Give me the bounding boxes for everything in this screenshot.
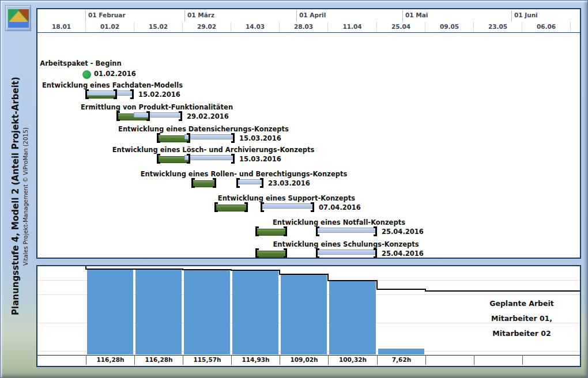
workload-value-label: 115,57h [183, 356, 231, 365]
task-date-label: 15.03.2016 [239, 155, 281, 163]
task-date-label: 25.04.2016 [382, 250, 424, 258]
bracket-close-icon [244, 202, 248, 212]
timeline-tick-label: 18.01 [37, 22, 86, 32]
workload-value-label [37, 356, 86, 365]
task-date-label: 07.04.2016 [319, 203, 361, 211]
bracket-open-icon [157, 154, 160, 164]
legend-line-1: Geplante Arbeit [450, 296, 580, 311]
bracket-open-icon [255, 226, 259, 236]
task-bar-row: 15.03.2016 [37, 154, 580, 164]
task-label: Entwicklung eines Notfall-Konzepts [273, 218, 405, 226]
task-bar-row: 15.03.2016 [37, 134, 580, 143]
legend-line-2: Mitarbeiter 01, [450, 311, 580, 326]
bracket-open-icon [236, 178, 240, 188]
task-date-label: 15.02.2016 [138, 90, 180, 99]
planned-work-bar[interactable] [261, 203, 314, 209]
task-bar-row: 25.04.2016 [37, 249, 580, 258]
workload-value-label: 7,62h [377, 356, 425, 365]
bracket-open-icon [214, 202, 218, 212]
gantt-chart-area: Arbeitspaket - Beginn01.02.2016Entwicklu… [37, 33, 580, 258]
bracket-open-icon [316, 248, 319, 258]
timeline-tick-label: 14.03 [231, 22, 280, 32]
task-label: Entwicklung eines Fachdaten-Modells [42, 81, 183, 89]
timeline-tick-label: 28.03 [280, 22, 328, 32]
workload-plot: Geplante Arbeit Mitarbeiter 01, Mitarbei… [37, 266, 580, 356]
bracket-open-icon [85, 89, 89, 99]
workload-value-label: 116,28h [134, 356, 183, 365]
task-date-label: 23.03.2016 [268, 179, 310, 187]
bracket-close-icon [146, 111, 150, 121]
timeline-tick-row: 18.0101.0215.0229.0214.0328.0311.0425.04… [37, 22, 580, 32]
task-bar-row: 15.02.2016 [37, 90, 580, 99]
bracket-close-icon [179, 111, 182, 121]
task-bar-row: 07.04.2016 [37, 203, 580, 212]
month-separator [511, 10, 512, 21]
task-label: Entwicklung eines Lösch- und Archivierun… [112, 146, 315, 154]
bracket-close-icon [213, 178, 216, 188]
milestone-date-label: 01.02.2016 [94, 70, 136, 78]
actual-work-bar[interactable] [255, 251, 287, 258]
bracket-close-icon [284, 248, 287, 258]
planned-work-bar[interactable] [184, 134, 235, 139]
workload-value-label [522, 356, 571, 365]
timeline-month-label: 01 Februar [88, 12, 126, 18]
month-separator [85, 10, 86, 21]
planned-work-bar[interactable] [316, 228, 377, 233]
timeline-month-label: 01 Mai [405, 12, 428, 18]
actual-work-bar[interactable] [214, 205, 248, 211]
planned-work-bar[interactable] [134, 112, 182, 118]
workload-value-label: 114,93h [231, 356, 280, 365]
legend-line-3: Mitarbeiter 02 [450, 326, 580, 341]
bracket-close-icon [231, 154, 235, 164]
timeline-tick-label: 06.06 [522, 22, 571, 32]
planned-work-bar[interactable] [85, 90, 134, 96]
timeline-month-row: 01 Februar01 März01 April01 Mai01 Juni [37, 9, 580, 22]
task-label: Entwicklung eines Rollen- und Berechtigu… [141, 170, 348, 178]
month-separator [296, 10, 297, 21]
task-label: Ermittlung von Produkt-Funktionalitäten [81, 103, 233, 111]
workload-value-label: 100,32h [328, 356, 377, 365]
bracket-open-icon [316, 226, 319, 236]
timeline-tick-label: 09.05 [425, 22, 474, 32]
month-separator [184, 10, 185, 21]
bracket-close-icon [284, 226, 287, 236]
bracket-open-icon [261, 202, 264, 212]
timeline-month-label: 01 Juni [514, 12, 538, 18]
bracket-close-icon [374, 226, 377, 236]
timeline-tick-label: 11.04 [328, 22, 377, 32]
timeline-tick-label: 15.02 [134, 22, 183, 32]
task-bar-row: 25.04.2016 [37, 227, 580, 236]
bracket-close-icon [187, 133, 190, 143]
task-bar-row: 29.02.2016 [37, 112, 580, 121]
task-label: Entwicklung eines Schulungs-Konzepts [273, 240, 419, 248]
bracket-close-icon [260, 178, 263, 188]
task-label: Entwicklung eines Support-Konzepts [218, 194, 355, 202]
bracket-close-icon [311, 202, 314, 212]
timeline-tick-label: 23.05 [474, 22, 522, 32]
bracket-close-icon [130, 89, 134, 99]
timeline-month-label: 01 März [187, 12, 214, 18]
bracket-open-icon [157, 133, 160, 143]
gantt-panel: 01 Februar01 März01 April01 Mai01 Juni 1… [36, 8, 581, 259]
actual-work-bar[interactable] [255, 229, 287, 236]
copyright-label: Vitales Projekt-Management © ViProMan (2… [22, 74, 31, 319]
planned-work-bar[interactable] [236, 179, 263, 184]
planned-work-bar[interactable] [184, 155, 235, 160]
milestone-circle-icon[interactable] [82, 70, 91, 79]
bracket-close-icon [114, 89, 117, 99]
timeline-tick-label: 25.04 [377, 22, 425, 32]
workload-value-label [425, 356, 474, 365]
bracket-close-icon [374, 248, 377, 258]
workload-value-label: 109,02h [280, 356, 328, 365]
task-label: Arbeitspaket - Beginn [40, 59, 121, 67]
timeline-tick-label: 01.02 [86, 22, 134, 32]
month-separator [402, 10, 403, 21]
task-date-label: 15.03.2016 [239, 134, 281, 142]
timeline-tick-label: 29.02 [183, 22, 231, 32]
bracket-close-icon [187, 154, 190, 164]
planned-work-bar[interactable] [316, 250, 377, 255]
workload-value-label [474, 356, 522, 365]
bracket-open-icon [116, 111, 120, 121]
workload-values-row: 116,28h116,28h115,57h114,93h109,02h100,3… [37, 356, 580, 365]
task-date-label: 25.04.2016 [382, 228, 424, 236]
